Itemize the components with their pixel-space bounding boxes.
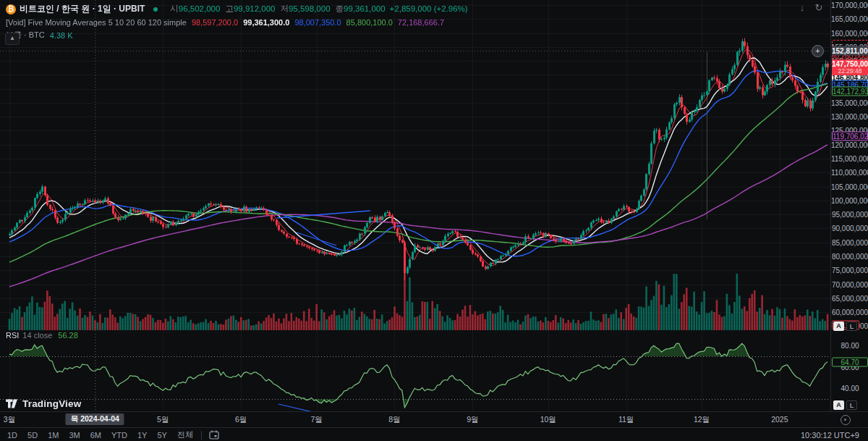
symbol-title: 비트코인 / 한국 원 · 1일 · UPBIT (20, 3, 145, 15)
tradingview-chart-window: ₿ 비트코인 / 한국 원 · 1일 · UPBIT 시96,502,000고9… (0, 0, 868, 441)
time-tick: 10월 (540, 415, 556, 425)
go-to-date-button[interactable] (209, 430, 219, 440)
price-tick: 165,000,000 (831, 15, 868, 23)
price-tick: 95,000,000 (831, 211, 868, 219)
time-tick: 6월 (235, 415, 247, 425)
rsi-value: 56.28 (58, 331, 78, 340)
chart-top-icons: ↓ ↻ (796, 2, 825, 13)
ohlc-label: 저 (280, 4, 289, 13)
calendar-icon (209, 430, 219, 440)
crosshair-date-badge: 목 2024-04-04 (66, 413, 124, 425)
range-buttons: 1D5D1M3M6MYTD1Y5Y전체 (2, 429, 198, 440)
tradingview-wordmark: TradingView (22, 398, 81, 409)
clock-timezone[interactable]: 10:30:12 UTC+9 (801, 431, 859, 440)
rsi-tick: 40.00 (831, 385, 868, 392)
crosshair-price: 152,811,000 (832, 46, 868, 56)
ma-value: 98,007,350.0 (294, 18, 341, 27)
price-tick: 100,000,000 (831, 196, 868, 204)
price-tick: 70,000,000 (831, 280, 868, 288)
price-tick: 170,000,000 (831, 1, 868, 9)
log-scale-button[interactable]: L (846, 322, 857, 331)
indicator-legend-row[interactable]: [Void] Five Moving Averages 5 10 20 60 1… (6, 16, 468, 28)
main-chart-canvas[interactable] (0, 0, 830, 333)
rsi-params: 14 close (22, 331, 52, 340)
ma60-value: 142,172,933.3 (832, 87, 868, 96)
ohlc-values: 시96,502,000고99,912,000저95,598,000종99,361… (165, 4, 467, 14)
ohlc-label: 고 (225, 4, 234, 13)
rsi-legend-row[interactable]: RSI14 close56.28 (6, 331, 78, 340)
time-tick: 2025 (771, 415, 788, 424)
time-tick: 12월 (694, 415, 710, 425)
price-axis[interactable]: 170,000,000165,000,000160,000,000155,000… (830, 0, 868, 427)
time-axis[interactable]: 3월5월6월7월8월9월10월11월12월2025목 2024-04-04 (0, 411, 868, 428)
ma-value: 99,361,300.0 (243, 18, 289, 27)
volume-legend-row[interactable]: 볼륨 · BTC 4.38 K (6, 29, 468, 41)
auto-scale-button[interactable]: A (833, 322, 844, 331)
price-tick: 80,000,000 (831, 252, 868, 260)
ma-value: 98,597,200.0 (192, 18, 238, 27)
time-tick: 8월 (388, 415, 400, 425)
range-button-1y[interactable]: 1Y (132, 431, 152, 440)
toolbar-divider (201, 431, 202, 440)
ma-value: 72,168,666.7 (398, 18, 444, 27)
bitcoin-icon: ₿ (6, 4, 16, 14)
time-tick: 5월 (157, 415, 169, 425)
range-button-3m[interactable]: 3M (64, 431, 85, 440)
ma-value: 85,800,100.0 (346, 18, 393, 27)
indicator-values: 98,597,200.099,361,300.098,007,350.085,8… (187, 18, 444, 27)
legend-collapse-button[interactable]: ▲ (5, 33, 20, 45)
range-button-ytd[interactable]: YTD (106, 431, 132, 440)
price-tick: 115,000,000 (831, 155, 868, 163)
ohlc-value: 95,598,000 (289, 4, 331, 13)
volume-value: 4.38 K (50, 31, 73, 40)
legend: ₿ 비트코인 / 한국 원 · 1일 · UPBIT 시96,502,000고9… (6, 3, 468, 41)
ohlc-value: 99,912,000 (234, 4, 276, 13)
ohlc-label: 시 (170, 4, 179, 13)
tradingview-logo[interactable]: TradingView (6, 398, 81, 410)
main-pane-scale-buttons: A L (833, 322, 857, 331)
rsi-value-badge: 64.70 (832, 357, 868, 366)
range-button-1m[interactable]: 1M (43, 431, 64, 440)
range-button-5d[interactable]: 5D (22, 431, 43, 440)
price-tick: 160,000,000 (831, 29, 868, 37)
rsi-auto-scale-button[interactable]: A (833, 400, 844, 410)
market-status-icon (153, 7, 158, 12)
rsi-tick: 80.00 (831, 342, 868, 350)
range-button-전체[interactable]: 전체 (172, 429, 198, 440)
symbol-legend-row[interactable]: ₿ 비트코인 / 한국 원 · 1일 · UPBIT 시96,502,000고9… (6, 3, 468, 15)
price-tick: 110,000,000 (831, 169, 868, 177)
time-tick: 3월 (4, 415, 15, 425)
price-tick: 85,000,000 (831, 238, 868, 246)
rsi-pane-canvas[interactable] (0, 334, 830, 411)
price-tick: 60,000,000 (831, 308, 868, 316)
rsi-log-scale-button[interactable]: L (846, 400, 857, 410)
ohlc-label: 종 (336, 4, 344, 13)
last-price: 147,750,00022:29:48 (832, 59, 868, 75)
price-tick: 130,000,000 (831, 113, 868, 121)
change-value: +2,859,000 (+2.96%) (390, 4, 468, 13)
tradingview-logo-icon (6, 398, 18, 410)
price-tick: 105,000,000 (831, 182, 868, 190)
range-button-5y[interactable]: 5Y (152, 431, 171, 440)
price-tick: 135,000,000 (831, 98, 868, 106)
bottom-toolbar: 1D5D1M3M6MYTD1Y5Y전체 10:30:12 UTC+9 (0, 427, 868, 441)
price-tick: 75,000,000 (831, 266, 868, 274)
range-button-6m[interactable]: 6M (85, 431, 106, 440)
range-button-1d[interactable]: 1D (2, 431, 22, 440)
time-tick: 11월 (618, 415, 634, 425)
price-tick: 90,000,000 (831, 224, 868, 232)
ma120-value: 119,706,025.0 (832, 132, 868, 141)
time-tick: 9월 (467, 415, 478, 425)
scroll-down-icon[interactable]: ↓ (796, 2, 808, 13)
rsi-pane-scale-buttons: A L (833, 400, 857, 410)
time-tick: 7월 (310, 415, 322, 425)
time-axis-settings-icon[interactable] (841, 415, 851, 425)
indicator-name: [Void] Five Moving Averages 5 10 20 60 1… (6, 18, 187, 27)
add-alert-plus-icon[interactable]: + (812, 45, 824, 57)
price-tick: 65,000,000 (831, 294, 868, 302)
rsi-label: RSI (6, 331, 19, 340)
ohlc-value: 99,361,000 (344, 4, 386, 13)
price-tick: 120,000,000 (831, 140, 868, 148)
ohlc-value: 96,502,000 (179, 4, 221, 13)
reset-chart-icon[interactable]: ↻ (813, 2, 825, 13)
